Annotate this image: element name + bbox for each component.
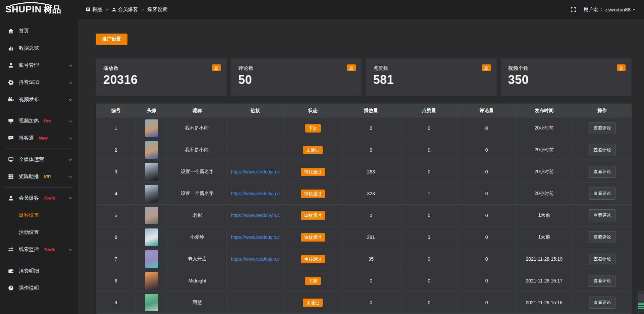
stat-label: 评论数: [238, 65, 354, 71]
sidebar-item-6[interactable]: 视频加热Hot: [0, 112, 78, 129]
promo-settings-button[interactable]: 推广设置: [96, 34, 127, 45]
sidebar-item-tag: New: [39, 136, 48, 141]
view-comments-button[interactable]: 查看评论: [589, 144, 615, 156]
status-badge: 下架: [305, 277, 321, 285]
sidebar-item-10[interactable]: 矩阵助推VIP: [0, 168, 78, 185]
sidebar-item-9[interactable]: 全媒体运营: [0, 151, 78, 168]
sidebar-divider: [5, 187, 73, 188]
video-link[interactable]: https://www.iesdouyin.c: [227, 256, 284, 262]
sidebar-item-7[interactable]: 抖客通New: [0, 129, 78, 147]
sidebar-item-label: 消费明细: [19, 268, 39, 274]
cell-id: 3: [96, 161, 136, 183]
chevron-down-icon: [69, 174, 72, 178]
view-comments-button[interactable]: 查看评论: [589, 122, 615, 134]
sidebar-item-15[interactable]: 消费明细: [0, 262, 78, 279]
cell-likes: 1: [400, 183, 458, 205]
view-comments-button[interactable]: 查看评论: [589, 166, 615, 178]
table-row: 4设置一个新名字https://www.iesdouyin.c审核通过32810…: [96, 183, 632, 205]
sidebar-item-2[interactable]: 账号管理: [0, 57, 78, 74]
table-section: 编号头像昵称链接状态播放量点赞量评论量发布时间操作1我不是小帅!下架00020小…: [96, 104, 632, 314]
status-badge: 未通过: [303, 299, 323, 307]
cell-likes: 0: [400, 139, 458, 161]
sidebar-item-4[interactable]: 视频发布: [0, 91, 78, 108]
cell-action: 查看评论: [573, 248, 631, 270]
sidebar-item-1[interactable]: 数据总览: [0, 40, 78, 57]
sidebar-item-0[interactable]: 首页: [0, 22, 78, 40]
breadcrumb-separator: >: [142, 7, 144, 12]
sidebar-menu: 首页数据总览账号管理抖音SEO视频发布视频加热Hot抖客通New全媒体运营矩阵助…: [0, 19, 78, 297]
cell-nickname: 小爱玲: [168, 226, 227, 248]
logo-arc-icon: [9, 2, 53, 6]
sidebar-item-label: 全媒体运营: [19, 156, 44, 163]
sidebar-item-13[interactable]: 线索监控Tools: [0, 241, 78, 258]
view-comments-button[interactable]: 查看评论: [589, 231, 615, 243]
cell-link: https://www.iesdouyin.c: [227, 205, 284, 226]
cell-likes: 0: [400, 205, 458, 226]
cell-plays: 0: [342, 205, 400, 226]
cell-likes: 0: [400, 270, 458, 292]
avatar: [145, 119, 158, 137]
video-link[interactable]: https://www.iesdouyin.c: [227, 169, 284, 174]
column-header: 头像: [136, 104, 168, 117]
cell-likes: 3: [400, 226, 458, 248]
user-icon: [8, 195, 14, 201]
cell-time: 2021-11-28 15:19: [515, 248, 573, 270]
cell-status: 下架: [284, 270, 342, 292]
sidebar-item-label: 操作说明: [19, 285, 39, 291]
sidebar-subitem-1[interactable]: 活动设置: [0, 224, 78, 241]
cell-likes: 0: [400, 117, 458, 139]
video-link[interactable]: https://www.iesdouyin.c: [227, 213, 284, 218]
chevron-down-icon: [69, 136, 72, 139]
sidebar-item-label: 矩阵助推: [19, 173, 39, 180]
view-comments-button[interactable]: 查看评论: [589, 275, 615, 287]
column-header: 状态: [284, 104, 342, 117]
avatar: [145, 228, 158, 246]
cell-avatar: [136, 226, 168, 248]
topbar-right: 用户名： zswodun88: [571, 6, 635, 13]
total-badge: 总: [482, 64, 491, 71]
cell-plays: 0: [342, 139, 400, 161]
sidebar-item-tag: Tools: [44, 196, 55, 201]
view-comments-button[interactable]: 查看评论: [589, 209, 615, 221]
app-logo[interactable]: SHUPIN 树品: [0, 0, 78, 19]
floating-widget[interactable]: [636, 291, 644, 313]
cell-time: 1天前: [515, 226, 573, 248]
sidebar-item-3[interactable]: 抖音SEO: [0, 74, 78, 91]
user-menu[interactable]: 用户名： zswodun88: [584, 6, 635, 13]
cell-avatar: [136, 205, 168, 226]
chevron-up-icon: [69, 197, 72, 201]
cell-id: 6: [96, 226, 136, 248]
chevron-down-icon: [69, 157, 72, 161]
breadcrumb-item-section[interactable]: 会员爆客: [112, 6, 138, 13]
column-header: 昵称: [168, 104, 227, 117]
screen-icon: [8, 157, 14, 162]
view-comments-button[interactable]: 查看评论: [589, 297, 615, 309]
status-badge: 审核通过: [301, 168, 325, 176]
user-icon: [8, 62, 14, 68]
video-link[interactable]: https://www.iesdouyin.c: [227, 234, 284, 240]
cell-comments: 0: [458, 248, 515, 270]
cell-link: [227, 139, 284, 161]
cell-time: 2021-11-28 15:16: [515, 292, 573, 314]
sidebar-item-16[interactable]: ?操作说明: [0, 279, 78, 297]
fullscreen-icon[interactable]: [571, 7, 576, 12]
sidebar-subitem-0[interactable]: 爆客设置: [0, 207, 78, 224]
cell-plays: 35: [342, 248, 400, 270]
breadcrumb-item-home[interactable]: 树品: [86, 6, 102, 13]
chart-icon: [8, 45, 14, 51]
view-comments-button[interactable]: 查看评论: [589, 188, 615, 200]
cell-id: 4: [96, 183, 136, 205]
stat-card-3: 视频个数350总: [501, 58, 632, 96]
cell-plays: 263: [342, 161, 400, 183]
column-header: 操作: [573, 104, 631, 117]
video-link[interactable]: https://www.iesdouyin.c: [227, 191, 284, 196]
cell-likes: 0: [400, 292, 458, 314]
cell-avatar: [136, 270, 168, 292]
sidebar-item-12[interactable]: 会员爆客Tools: [0, 190, 78, 207]
table-row: 9阿慧未通过0002021-11-28 15:16查看评论: [96, 292, 632, 314]
cell-avatar: [136, 292, 168, 314]
stat-label: 点赞数: [373, 65, 489, 71]
view-comments-button[interactable]: 查看评论: [589, 253, 615, 265]
username-value: zswodun88: [605, 7, 631, 12]
sidebar-item-label: 首页: [19, 28, 29, 34]
